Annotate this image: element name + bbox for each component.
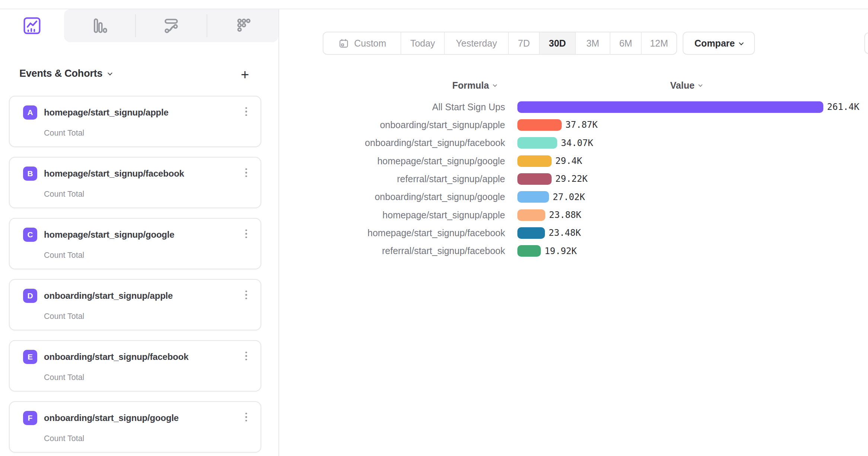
bar[interactable] [517,101,823,113]
bar-chart: All Start Sign Ups 261.4K onboarding/sta… [328,98,868,260]
bar[interactable] [517,209,545,221]
chart-row-value: 27.02K [553,192,585,202]
chart-row-value: 29.4K [555,156,582,166]
event-name: homepage/start_signup/facebook [44,168,184,179]
bar[interactable] [517,227,545,239]
bar[interactable] [517,191,549,203]
tab-flows[interactable] [136,9,207,42]
date-option-label: 12M [650,38,668,49]
date-option[interactable]: Yesterday [444,32,508,54]
partial-button-right-edge[interactable] [864,32,868,54]
date-option-label: 3M [586,38,599,49]
event-card[interactable]: C homepage/start_signup/google Count Tot… [9,218,261,269]
kebab-menu-icon[interactable] [245,228,247,240]
event-metric[interactable]: Count Total [44,251,84,260]
bar[interactable] [517,173,552,185]
kebab-menu-icon[interactable] [245,167,247,179]
date-option[interactable]: 12M [641,32,676,54]
event-card[interactable]: F onboarding/start_signup/google Count T… [9,401,261,453]
event-letter-badge: B [23,167,37,181]
compare-label: Compare [695,38,735,49]
date-option-label: 7D [518,38,530,49]
date-option-label: Today [410,38,435,49]
event-letter-badge: D [23,289,37,303]
chart-row-label[interactable]: homepage/start_signup/google [328,156,505,167]
chart-row-label[interactable]: homepage/start_signup/apple [328,210,505,221]
bar[interactable] [517,245,541,257]
event-metric[interactable]: Count Total [44,129,84,138]
chart-row-label[interactable]: referral/start_signup/facebook [328,246,505,256]
bar[interactable] [517,137,557,149]
chart-row: All Start Sign Ups 261.4K [328,98,868,116]
date-option[interactable]: 6M [610,32,641,54]
compare-button[interactable]: Compare [683,32,755,55]
date-option-label: 30D [549,38,566,49]
kebab-menu-icon[interactable] [245,289,247,301]
chart-row: onboarding/start_signup/apple 37.87K [328,116,868,134]
formula-column-header[interactable]: Formula [418,78,530,93]
event-letter-badge: F [23,411,37,425]
flows-icon [161,16,181,36]
kebab-menu-icon[interactable] [245,105,247,118]
event-metric[interactable]: Count Total [44,373,84,382]
event-name: onboarding/start_signup/google [44,413,179,423]
event-name: onboarding/start_signup/facebook [44,352,188,362]
event-name: homepage/start_signup/google [44,229,174,240]
formula-header-label: Formula [452,80,489,91]
chart-row-label[interactable]: homepage/start_signup/facebook [328,228,505,238]
value-column-header[interactable]: Value [630,78,742,93]
tab-bar-chart[interactable] [64,9,135,42]
chart-row: onboarding/start_signup/facebook 34.07K [328,134,868,152]
tab-insights-active[interactable] [0,9,64,42]
date-option[interactable]: 3M [575,32,610,54]
chart-row-value: 23.88K [549,210,581,220]
value-header-label: Value [670,80,695,91]
date-option[interactable]: 30D [539,32,575,54]
event-card[interactable]: B homepage/start_signup/facebook Count T… [9,157,261,208]
insights-line-chart-icon [22,15,42,36]
chevron-down-icon [698,83,702,87]
event-letter-badge: E [23,350,37,364]
date-option-label: Yesterday [456,38,497,49]
date-range-selector: Custom Today Yesterday 7D 30D 3M 6M [323,32,677,55]
event-metric[interactable]: Count Total [44,434,84,443]
event-card[interactable]: D onboarding/start_signup/apple Count To… [9,279,261,330]
event-card[interactable]: A homepage/start_signup/apple Count Tota… [9,96,261,147]
chevron-down-icon [493,83,497,87]
bar[interactable] [517,119,562,131]
event-card[interactable]: E onboarding/start_signup/facebook Count… [9,340,261,392]
events-cohorts-title: Events & Cohorts [19,68,102,79]
date-option-label: 6M [619,38,632,49]
date-option[interactable]: 7D [508,32,539,54]
sidebar-divider [278,9,279,456]
event-metric[interactable]: Count Total [44,312,84,321]
kebab-menu-icon[interactable] [245,350,247,362]
bar[interactable] [517,155,552,167]
kebab-menu-icon[interactable] [245,411,247,423]
chart-row-value: 29.22K [555,174,588,184]
event-metric[interactable]: Count Total [44,190,84,199]
tab-retention[interactable] [207,9,278,42]
chart-row: referral/start_signup/apple 29.22K [328,170,868,188]
chart-row: homepage/start_signup/apple 23.88K [328,206,868,224]
add-event-button[interactable]: + [237,66,253,83]
event-letter-badge: C [23,228,37,242]
tab-group [64,9,278,42]
chart-row-value: 23.48K [549,228,581,238]
chart-row: homepage/start_signup/facebook 23.48K [328,224,868,242]
date-option[interactable]: Custom [323,32,401,54]
chart-row-label[interactable]: onboarding/start_signup/apple [328,120,505,130]
date-option[interactable]: Today [401,32,444,54]
chart-row-value: 34.07K [561,138,593,148]
chart-row: onboarding/start_signup/google 27.02K [328,188,868,206]
chart-row-label[interactable]: onboarding/start_signup/google [328,191,505,202]
chart-row-label[interactable]: All Start Sign Ups [328,102,505,113]
chart-row-value: 261.4K [827,102,859,112]
chart-row-label[interactable]: onboarding/start_signup/facebook [328,137,505,148]
events-cohorts-header[interactable]: Events & Cohorts [19,68,112,79]
chart-row-label[interactable]: referral/start_signup/apple [328,174,505,184]
event-name: onboarding/start_signup/apple [44,291,173,301]
event-letter-badge: A [23,105,37,120]
chart-row: referral/start_signup/facebook 19.92K [328,242,868,260]
chevron-down-icon [739,40,744,45]
